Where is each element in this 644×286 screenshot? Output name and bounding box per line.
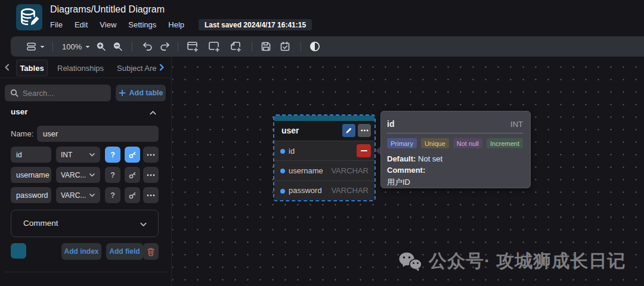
zoom-in-icon[interactable] [95, 41, 107, 52]
popup-badges: Primary Unique Not null Increment [387, 138, 523, 148]
menu-edit[interactable]: Edit [75, 20, 88, 29]
field-row-username: username VARC... ? [0, 167, 171, 183]
last-saved-badge: Last saved 2024/4/17 16:41:15 [199, 19, 312, 30]
tab-subject-areas[interactable]: Subject Are [117, 60, 157, 76]
search-placeholder: Search... [23, 89, 54, 98]
badge-increment: Increment [487, 138, 523, 148]
watermark-text: 公众号· 攻城狮成长日记 [429, 249, 626, 273]
chevron-down-icon [140, 220, 147, 228]
node-field-id[interactable]: id [274, 141, 374, 160]
field-dot[interactable] [280, 169, 285, 173]
comment-collapse[interactable]: Comment [11, 210, 159, 237]
toolbar: 100% [11, 36, 644, 57]
nullable-toggle-button[interactable]: ? [105, 147, 120, 163]
field-more-button[interactable] [143, 147, 159, 163]
delete-table-button[interactable] [143, 243, 159, 260]
menu-file[interactable]: File [50, 20, 63, 29]
table-node-accent [274, 116, 374, 121]
ellipsis-icon [147, 174, 155, 176]
menu-settings[interactable]: Settings [128, 20, 156, 29]
popup-comment-label: Comment: [387, 166, 523, 175]
chevron-down-icon [89, 151, 95, 158]
pencil-icon [345, 127, 352, 134]
add-area-icon[interactable] [208, 40, 221, 53]
table-color-swatch[interactable] [11, 243, 26, 259]
field-name-input[interactable]: username [11, 167, 51, 183]
page-title: Diagrams/Untitled Diagram [50, 4, 165, 15]
nullable-toggle-button[interactable]: ? [105, 187, 120, 203]
badge-primary: Primary [387, 138, 417, 148]
add-field-button[interactable]: Add field [106, 243, 143, 260]
field-more-button[interactable] [143, 187, 159, 203]
chevron-down-icon [89, 192, 95, 198]
todo-icon[interactable] [279, 41, 291, 52]
popup-divider [387, 133, 523, 133]
tab-relationships[interactable]: Relationships [57, 60, 104, 76]
field-type-select[interactable]: VARC... [56, 187, 100, 203]
field-dot[interactable] [280, 189, 285, 194]
add-table-icon[interactable] [186, 40, 199, 53]
sidebar-tabbar: Tables Relationships Subject Are [0, 57, 171, 78]
theme-contrast-icon[interactable] [309, 41, 321, 52]
node-field-password[interactable]: password VARCHAR [274, 181, 374, 200]
trash-icon [147, 247, 155, 256]
badge-not-null: Not null [453, 138, 482, 148]
node-more-button[interactable] [358, 124, 371, 137]
undo-icon[interactable] [141, 41, 153, 52]
field-type-select[interactable]: VARC... [56, 167, 100, 183]
diagram-canvas[interactable]: user id username VARCHAR password VARCHA… [172, 57, 644, 286]
badge-unique: Unique [421, 138, 449, 148]
search-icon [10, 89, 18, 97]
plus-icon [119, 89, 126, 97]
menubar: File Edit View Settings Help [50, 20, 184, 29]
name-label: Name: [11, 129, 33, 138]
wechat-icon [398, 251, 423, 272]
field-detail-popup: id INT Primary Unique Not null Increment… [380, 111, 531, 188]
popup-field-name: id [387, 119, 394, 129]
field-dot[interactable] [280, 149, 285, 154]
field-name-input[interactable]: id [11, 147, 51, 163]
app-logo [16, 4, 42, 30]
watermark: 公众号· 攻城狮成长日记 [398, 249, 626, 273]
redo-icon[interactable] [159, 41, 171, 52]
menu-help[interactable]: Help [168, 20, 184, 29]
table-name-input[interactable]: user [37, 126, 159, 142]
node-field-username[interactable]: username VARCHAR [274, 160, 374, 180]
field-name-input[interactable]: password [11, 187, 51, 203]
primary-key-toggle-button[interactable] [125, 147, 140, 163]
chevron-up-icon [149, 109, 157, 117]
table-accordion-user[interactable]: user [0, 105, 171, 120]
add-table-button[interactable]: Add table [116, 85, 166, 101]
table-node-header[interactable]: user [274, 121, 374, 141]
add-index-button[interactable]: Add index [61, 243, 101, 260]
key-icon [128, 151, 137, 159]
sidebar-divider [5, 272, 167, 272]
ellipsis-icon [147, 194, 155, 197]
tab-tables[interactable]: Tables [16, 60, 48, 76]
field-type-select[interactable]: INT [56, 147, 100, 163]
key-icon [128, 191, 137, 200]
tabs-scroll-right-icon[interactable] [157, 63, 166, 72]
nullable-toggle-button[interactable]: ? [105, 167, 120, 183]
zoom-level-dropdown[interactable]: 100% [62, 42, 91, 51]
layout-picker-icon[interactable] [26, 41, 45, 52]
key-icon [128, 171, 137, 179]
table-node-user[interactable]: user id username VARCHAR password VARCHA… [274, 116, 374, 200]
ellipsis-icon [361, 129, 369, 132]
node-edit-button[interactable] [342, 124, 355, 137]
field-row-password: password VARC... ? [0, 187, 171, 203]
primary-key-toggle-button[interactable] [125, 167, 140, 183]
search-input[interactable]: Search... [5, 85, 111, 101]
delete-field-button[interactable] [357, 144, 371, 157]
add-note-icon[interactable] [229, 40, 242, 53]
database-pencil-icon [18, 6, 41, 29]
primary-key-toggle-button[interactable] [125, 187, 140, 203]
save-icon[interactable] [260, 41, 272, 52]
tabs-scroll-left-icon[interactable] [3, 63, 11, 72]
field-more-button[interactable] [143, 167, 159, 183]
popup-comment-value: 用户ID [387, 177, 523, 188]
sidebar: Tables Relationships Subject Are Search.… [0, 57, 172, 286]
menu-view[interactable]: View [100, 20, 116, 29]
field-row-id: id INT ? [0, 147, 171, 163]
zoom-out-icon[interactable] [112, 41, 123, 52]
